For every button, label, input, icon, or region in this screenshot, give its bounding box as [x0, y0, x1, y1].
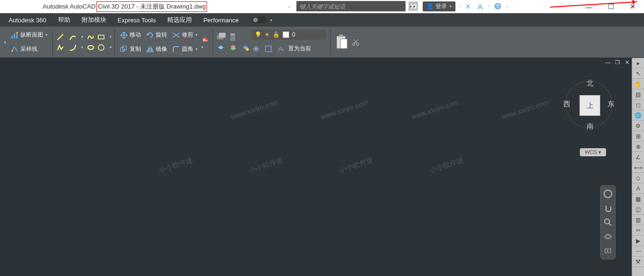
compass-east[interactable]: 东	[607, 100, 615, 109]
paste-button[interactable]	[333, 30, 350, 54]
copy-label: 复制	[130, 45, 141, 53]
palette-table-icon[interactable]: ▥	[632, 215, 644, 225]
palette-text-icon[interactable]: A	[632, 183, 644, 194]
panel-toggle-dropdown-icon[interactable]: ▾	[270, 18, 272, 22]
sample-line-button[interactable]: 采样线	[9, 43, 49, 56]
layer-dropdown[interactable]: 💡 ☀ 🔓 0	[251, 29, 327, 40]
palette-point-icon[interactable]: ⊕	[632, 142, 644, 152]
profile-view-button[interactable]: 纵断面图 ▾	[9, 29, 49, 42]
compass-north[interactable]: 北	[587, 79, 594, 88]
palette-dim-icon[interactable]: ⟷	[632, 162, 644, 173]
minimize-button[interactable]: —	[582, 0, 596, 13]
login-button[interactable]: 👤 登录 ▾	[423, 1, 455, 11]
chevron-down-icon[interactable]: ▾	[110, 35, 112, 39]
sample-line-icon	[10, 45, 19, 54]
orbit-icon[interactable]	[602, 230, 614, 243]
palette-hatch-icon[interactable]: ▦	[632, 194, 644, 204]
trim-label: 修剪	[182, 31, 193, 39]
palette-select-icon[interactable]: ↖	[632, 68, 644, 79]
menu-featured[interactable]: 精选应用	[162, 14, 197, 26]
palette-grid-icon[interactable]: ⊞	[632, 131, 644, 142]
erase-icon[interactable]	[200, 35, 210, 44]
layer-color-swatch	[283, 31, 289, 38]
menu-bar: Autodesk 360 帮助 附加模块 Express Tools 精选应用 …	[0, 13, 644, 27]
chevron-down-icon[interactable]: ▾	[81, 35, 83, 39]
layer-tool-1-icon[interactable]	[216, 43, 226, 52]
compass-south[interactable]: 南	[587, 122, 594, 131]
compass-west[interactable]: 西	[563, 100, 570, 109]
palette-angle-icon[interactable]: ∠	[632, 152, 644, 162]
rotate-button[interactable]: 旋转	[144, 29, 169, 42]
zoom-icon[interactable]	[602, 216, 614, 228]
layer-tool-2-icon[interactable]	[228, 43, 238, 52]
wcs-indicator[interactable]: WCS ▾	[580, 148, 606, 156]
doc-minimize-button[interactable]: —	[604, 59, 612, 66]
set-current-button[interactable]: 置为当前	[288, 42, 311, 56]
line-icon[interactable]	[56, 32, 65, 42]
cut-icon[interactable]	[351, 38, 360, 47]
layer-tool-3-icon[interactable]	[241, 43, 250, 52]
doc-restore-button[interactable]: ❐	[614, 59, 621, 66]
freeze-icon[interactable]	[251, 44, 261, 54]
menu-performance[interactable]: Performance	[199, 15, 243, 26]
move-button[interactable]: 移动	[118, 29, 143, 42]
palette-settings-icon[interactable]: ⚒	[632, 257, 644, 267]
help-dropdown-icon[interactable]: ▾	[506, 4, 508, 9]
menu-autodesk360[interactable]: Autodesk 360	[4, 15, 51, 26]
steering-wheel-icon[interactable]	[602, 188, 614, 200]
palette-hand-icon[interactable]: ✋	[632, 79, 644, 89]
pan-icon[interactable]	[602, 202, 614, 214]
curve-icon[interactable]	[68, 43, 77, 52]
ribbon-chevron-left-icon[interactable]: ◂	[2, 40, 8, 44]
palette-gear-icon[interactable]: ⚙	[632, 121, 644, 131]
mirror-label: 镜像	[156, 45, 167, 53]
palette-box-icon[interactable]: ◻	[632, 100, 644, 110]
palette-arrow-icon[interactable]: ▸	[632, 58, 644, 68]
qat-arrow-left-icon[interactable]: ◂	[284, 1, 294, 11]
chevron-down-icon[interactable]: ▾	[81, 45, 83, 49]
palette-more-icon[interactable]: ⋯	[632, 246, 644, 257]
showmotion-icon[interactable]	[602, 245, 614, 257]
view-cube[interactable]: 上 北 南 东 西	[560, 76, 617, 133]
fillet-button[interactable]: 圆角 ▾	[170, 43, 199, 56]
layer-match-icon[interactable]	[264, 44, 273, 54]
view-cube-top-face[interactable]: 上	[579, 95, 600, 116]
palette-globe-icon[interactable]: 🌐	[632, 110, 644, 121]
palette-clip-icon[interactable]: ✂	[632, 225, 644, 236]
arc-icon[interactable]	[68, 32, 77, 42]
spline-icon[interactable]	[86, 32, 95, 42]
help-icon[interactable]: ?	[493, 1, 502, 11]
menu-addons[interactable]: 附加模块	[77, 14, 111, 26]
exchange-x-icon[interactable]: X	[463, 1, 473, 11]
palette-block-icon[interactable]: ◫	[632, 204, 644, 215]
rotate-label: 旋转	[156, 31, 167, 39]
palette-play-icon[interactable]: ▶	[632, 236, 644, 246]
palette-layers-icon[interactable]: ▤	[632, 89, 644, 100]
menu-express[interactable]: Express Tools	[113, 15, 161, 26]
mirror-button[interactable]: 镜像	[144, 43, 169, 56]
menu-help[interactable]: 帮助	[53, 14, 75, 26]
keyword-search-input[interactable]: 键入关键字或短语	[296, 1, 406, 11]
layer-panel-icon[interactable]	[228, 32, 238, 42]
watermark: 小小软件迷 www.xxrjm.com	[248, 140, 333, 175]
ellipse-icon[interactable]	[86, 43, 95, 52]
drawing-canvas[interactable]: — ❐ ✕ 上 北 南 东 西 WCS ▾ 小小软件迷 www.xxrjm.co…	[0, 58, 632, 276]
title-bar: Autodesk AutoCAD Civil 3D 2017 - 未注册版 Dr…	[0, 0, 644, 13]
rect-icon[interactable]	[96, 32, 106, 42]
autodesk-a-icon[interactable]	[475, 1, 485, 11]
layer-merge-icon[interactable]	[276, 44, 285, 54]
circle-icon[interactable]	[96, 43, 106, 52]
trim-button[interactable]: 修剪 ▾	[170, 29, 199, 42]
panel-toggle-button[interactable]	[252, 17, 266, 23]
polyline-icon[interactable]	[56, 43, 65, 52]
doc-close-button[interactable]: ✕	[623, 59, 631, 66]
close-button[interactable]: ✕	[626, 0, 639, 13]
binoculars-icon[interactable]: 👀	[408, 1, 418, 11]
window-title: Autodesk AutoCAD Civil 3D 2017 - 未注册版 Dr…	[0, 1, 207, 12]
maximize-button[interactable]: ☐	[604, 0, 617, 13]
chevron-down-icon[interactable]: ▾	[110, 45, 112, 49]
palette-snap-icon[interactable]: ◇	[632, 173, 644, 183]
copy-button[interactable]: 复制	[118, 43, 143, 56]
modify-expand-icon[interactable]: ▾	[201, 45, 203, 49]
layer-props-icon[interactable]	[216, 32, 226, 42]
